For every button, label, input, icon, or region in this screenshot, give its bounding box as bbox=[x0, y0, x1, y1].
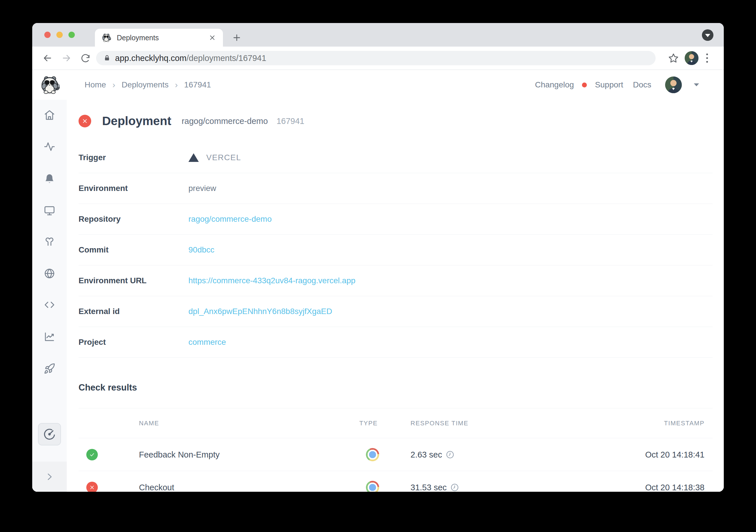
tab-title: Deployments bbox=[117, 34, 208, 42]
timestamp: Oct 20 14:18:38 bbox=[645, 483, 705, 492]
field-label: Trigger bbox=[79, 153, 188, 162]
bell-icon[interactable] bbox=[44, 173, 55, 184]
field-value-cell: commerce bbox=[188, 338, 226, 347]
column-response-time: RESPONSE TIME bbox=[411, 419, 468, 427]
x-icon bbox=[89, 484, 95, 491]
field-label: Project bbox=[79, 338, 188, 347]
close-window-button[interactable] bbox=[44, 32, 51, 38]
table-header: NAME TYPE RESPONSE TIME TIMESTAMP bbox=[79, 408, 713, 438]
vercel-icon bbox=[188, 153, 199, 162]
field-value: preview bbox=[188, 184, 216, 193]
breadcrumb-home[interactable]: Home bbox=[85, 80, 106, 90]
check-results-table: NAME TYPE RESPONSE TIME TIMESTAMP Feedba… bbox=[79, 408, 713, 492]
response-time-cell: 2.63 sec bbox=[411, 450, 454, 459]
tab-close-icon[interactable] bbox=[208, 34, 216, 41]
code-icon[interactable] bbox=[44, 299, 55, 310]
column-name: NAME bbox=[139, 419, 159, 427]
field-value[interactable]: https://commerce-433q2uv84-ragog.vercel.… bbox=[188, 276, 356, 285]
reload-icon[interactable] bbox=[80, 53, 91, 64]
timestamp: Oct 20 14:18:41 bbox=[645, 450, 705, 459]
monitor-icon[interactable] bbox=[44, 205, 55, 216]
home-icon[interactable] bbox=[44, 109, 55, 121]
sidebar-item-deployments-active[interactable] bbox=[38, 423, 61, 445]
notification-dot bbox=[582, 83, 587, 88]
rocket-icon[interactable] bbox=[44, 363, 55, 374]
browser-menu-icon[interactable] bbox=[701, 52, 713, 64]
field-value-cell: dpl_Anx6pwEpENhhnY6n8b8syjfXgaED bbox=[188, 307, 332, 316]
sidebar bbox=[32, 100, 67, 492]
sidebar-collapse-button[interactable] bbox=[32, 462, 67, 492]
main-content: Deployment ragog/commerce-demo 167941 Tr… bbox=[67, 100, 724, 492]
response-time-cell: 31.53 sec bbox=[411, 483, 459, 492]
deployment-field-row: Commit 90dbcc bbox=[79, 235, 713, 265]
checkly-logo[interactable] bbox=[40, 75, 60, 94]
deployment-repo: ragog/commerce-demo bbox=[181, 117, 268, 126]
chevron-down-icon[interactable] bbox=[694, 83, 699, 86]
tab-strip: Deployments bbox=[32, 23, 724, 47]
browser-toolbar: app.checklyhq.com/deployments/167941 bbox=[32, 47, 724, 70]
user-avatar[interactable] bbox=[665, 76, 682, 93]
checkly-app: Home › Deployments › 167941 Changelog Su… bbox=[32, 70, 724, 492]
response-time-value: 31.53 sec bbox=[411, 483, 447, 492]
chrome-icon bbox=[366, 481, 379, 492]
lock-icon[interactable] bbox=[104, 55, 110, 62]
field-value-cell: preview bbox=[188, 184, 216, 193]
field-value[interactable]: 90dbcc bbox=[188, 245, 214, 254]
bookmark-star-icon[interactable] bbox=[668, 53, 679, 64]
wrench-icon[interactable] bbox=[44, 236, 55, 248]
new-tab-button[interactable] bbox=[232, 33, 242, 42]
nav-docs[interactable]: Docs bbox=[633, 80, 651, 90]
browser-profile-avatar[interactable] bbox=[685, 51, 698, 65]
url-path: /deployments/167941 bbox=[186, 53, 266, 63]
status-icon bbox=[86, 449, 98, 460]
breadcrumb-id: 167941 bbox=[184, 80, 211, 90]
field-label: Repository bbox=[79, 215, 188, 224]
check-icon bbox=[89, 451, 95, 458]
address-bar[interactable]: app.checklyhq.com/deployments/167941 bbox=[96, 51, 656, 65]
deployment-id: 167941 bbox=[277, 117, 304, 126]
gauge-icon bbox=[43, 428, 56, 441]
field-value-cell: VERCEL bbox=[188, 153, 241, 162]
check-results-rows: Feedback Non-Empty 2.63 sec Oct 20 14:18… bbox=[79, 438, 713, 492]
nav-changelog[interactable]: Changelog bbox=[535, 80, 574, 90]
column-timestamp: TIMESTAMP bbox=[664, 419, 705, 427]
nav-support[interactable]: Support bbox=[595, 80, 623, 90]
column-type: TYPE bbox=[359, 419, 378, 427]
field-value-cell: 90dbcc bbox=[188, 245, 214, 254]
chevron-right-icon bbox=[44, 472, 55, 482]
back-icon[interactable] bbox=[42, 53, 53, 64]
minimize-window-button[interactable] bbox=[56, 32, 63, 38]
app-header: Home › Deployments › 167941 Changelog Su… bbox=[32, 70, 724, 100]
field-value[interactable]: commerce bbox=[188, 338, 226, 347]
page-title: Deployment bbox=[102, 114, 171, 128]
deployment-fields: Trigger VERCEL Environment preview Repos… bbox=[79, 142, 713, 358]
field-value-cell: ragog/commerce-demo bbox=[188, 215, 272, 224]
field-value[interactable]: dpl_Anx6pwEpENhhnY6n8b8syjfXgaED bbox=[188, 307, 332, 316]
table-row[interactable]: Feedback Non-Empty 2.63 sec Oct 20 14:18… bbox=[79, 438, 713, 471]
status-failed-icon bbox=[79, 115, 91, 127]
browser-window: Deployments app.checklyhq.com/deployment… bbox=[32, 23, 724, 492]
browser-tab[interactable]: Deployments bbox=[95, 29, 223, 47]
checkly-favicon bbox=[102, 33, 111, 42]
status-icon bbox=[86, 482, 98, 492]
url-host: app.checklyhq.com bbox=[115, 53, 186, 63]
clock-icon bbox=[446, 450, 454, 459]
globe-icon[interactable] bbox=[44, 268, 55, 279]
tab-search-button[interactable] bbox=[702, 29, 714, 41]
table-row[interactable]: Checkout 31.53 sec Oct 20 14:18:38 bbox=[79, 471, 713, 492]
activity-icon[interactable] bbox=[44, 141, 55, 152]
forward-icon[interactable] bbox=[61, 53, 72, 64]
chevron-right-icon: › bbox=[113, 80, 115, 90]
url-text: app.checklyhq.com/deployments/167941 bbox=[115, 53, 266, 63]
deployment-field-row: External id dpl_Anx6pwEpENhhnY6n8b8syjfX… bbox=[79, 296, 713, 327]
check-name[interactable]: Feedback Non-Empty bbox=[139, 450, 220, 459]
deployment-field-row: Repository ragog/commerce-demo bbox=[79, 204, 713, 235]
chart-icon[interactable] bbox=[44, 331, 55, 342]
field-label: External id bbox=[79, 307, 188, 316]
breadcrumb-deployments[interactable]: Deployments bbox=[122, 80, 169, 90]
zoom-window-button[interactable] bbox=[68, 32, 75, 38]
field-value[interactable]: ragog/commerce-demo bbox=[188, 215, 272, 224]
check-name[interactable]: Checkout bbox=[139, 483, 174, 492]
field-label: Commit bbox=[79, 245, 188, 254]
deployment-title-row: Deployment ragog/commerce-demo 167941 bbox=[79, 100, 713, 142]
